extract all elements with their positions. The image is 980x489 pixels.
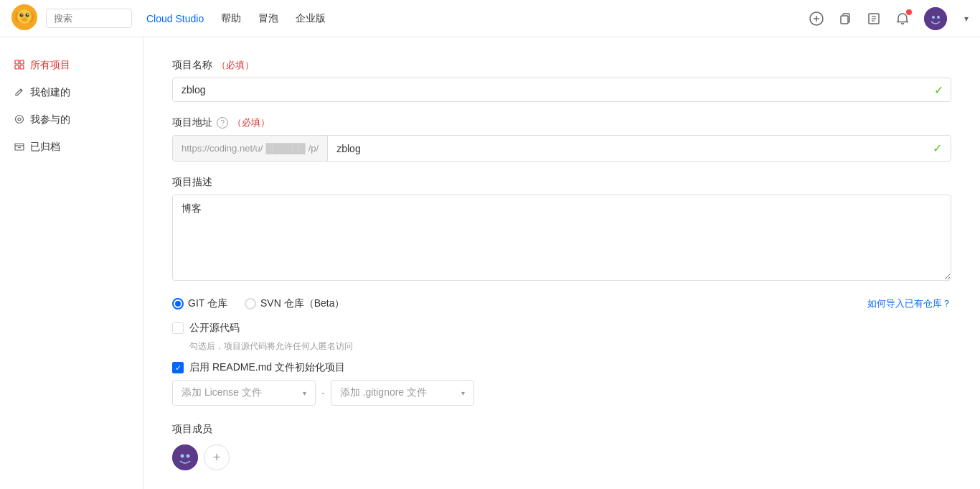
notification-dot bbox=[906, 9, 912, 15]
dropdowns-row: 添加 License 文件 ▾ - 添加 .gitignore 文件 ▾ bbox=[172, 380, 951, 406]
copy-icon[interactable] bbox=[838, 11, 852, 26]
svn-radio-circle bbox=[245, 298, 256, 309]
all-projects-icon bbox=[14, 60, 24, 72]
license-dropdown-label: 添加 License 文件 bbox=[182, 386, 297, 399]
project-name-required: （必填） bbox=[217, 59, 254, 72]
public-source-label: 公开源代码 bbox=[189, 322, 240, 335]
svg-point-30 bbox=[187, 455, 190, 458]
project-url-label: 项目地址 ? （必填） bbox=[172, 116, 951, 129]
project-desc-label: 项目描述 bbox=[172, 176, 951, 189]
svg-point-28 bbox=[172, 444, 198, 470]
my-joined-icon bbox=[14, 114, 24, 126]
svg-point-29 bbox=[181, 455, 184, 458]
svn-repo-label: SVN 仓库（Beta） bbox=[260, 297, 344, 310]
svg-rect-23 bbox=[15, 65, 19, 69]
git-repo-radio[interactable]: GIT 仓库 bbox=[172, 297, 227, 310]
sidebar-item-label: 所有项目 bbox=[30, 59, 70, 72]
nav-link-fomo[interactable]: 冒泡 bbox=[258, 12, 278, 25]
sidebar-item-all-projects[interactable]: 所有项目 bbox=[0, 52, 143, 79]
license-chevron-icon: ▾ bbox=[303, 389, 306, 397]
svg-rect-24 bbox=[20, 65, 24, 69]
sidebar-item-my-joined[interactable]: 我参与的 bbox=[0, 106, 143, 134]
svg-point-19 bbox=[932, 16, 935, 19]
git-radio-circle bbox=[172, 298, 184, 309]
gitignore-dropdown-label: 添加 .gitignore 文件 bbox=[340, 386, 456, 399]
gitignore-dropdown[interactable]: 添加 .gitignore 文件 ▾ bbox=[331, 380, 474, 406]
public-source-checkbox-box bbox=[172, 322, 184, 334]
sidebar: 所有项目 我创建的 我参与的 bbox=[0, 37, 143, 489]
my-created-icon bbox=[14, 87, 24, 99]
svg-rect-27 bbox=[15, 144, 24, 150]
create-icon[interactable] bbox=[809, 11, 824, 26]
members-section: 项目成员 + bbox=[172, 423, 951, 470]
notification-icon[interactable] bbox=[895, 11, 910, 26]
project-desc-section: 项目描述 bbox=[172, 176, 951, 283]
sidebar-item-label: 我参与的 bbox=[30, 113, 70, 126]
svg-point-18 bbox=[924, 7, 947, 30]
members-title: 项目成员 bbox=[172, 423, 951, 436]
svg-point-6 bbox=[22, 14, 23, 15]
nav-link-help[interactable]: 帮助 bbox=[221, 12, 241, 25]
license-dropdown[interactable]: 添加 License 文件 ▾ bbox=[172, 380, 316, 406]
svg-point-9 bbox=[22, 18, 27, 20]
project-url-check-icon: ✓ bbox=[924, 136, 951, 161]
nav-link-cloud-studio[interactable]: Cloud Studio bbox=[146, 13, 204, 24]
import-link[interactable]: 如何导入已有仓库？ bbox=[867, 297, 951, 310]
project-name-input[interactable]: zblog bbox=[182, 78, 934, 101]
svg-point-25 bbox=[16, 115, 24, 123]
svg-point-7 bbox=[27, 14, 29, 15]
logo[interactable] bbox=[11, 4, 37, 32]
init-readme-label: 启用 README.md 文件初始化项目 bbox=[189, 361, 345, 374]
svg-rect-22 bbox=[20, 60, 24, 64]
project-desc-input[interactable] bbox=[172, 195, 951, 281]
project-url-section: 项目地址 ? （必填） https://coding.net/u/ ██████… bbox=[172, 116, 951, 162]
project-name-input-wrapper: zblog ✓ bbox=[172, 78, 951, 102]
project-url-info-icon[interactable]: ? bbox=[217, 117, 228, 129]
main-content: 项目名称 （必填） zblog ✓ 项目地址 ? （必填） https://co… bbox=[143, 37, 980, 489]
project-url-input[interactable]: zblog bbox=[336, 143, 915, 154]
svg-point-20 bbox=[937, 16, 940, 19]
nav-links: Cloud Studio 帮助 冒泡 企业版 bbox=[146, 12, 809, 25]
avatar-chevron[interactable]: ▾ bbox=[964, 14, 969, 24]
sidebar-item-my-created[interactable]: 我创建的 bbox=[0, 79, 143, 106]
avatar[interactable] bbox=[924, 7, 947, 30]
project-name-check-icon: ✓ bbox=[934, 83, 943, 97]
sidebar-item-label: 我创建的 bbox=[30, 86, 70, 99]
search-input[interactable] bbox=[46, 9, 132, 28]
public-source-checkbox[interactable]: 公开源代码 bbox=[172, 322, 951, 335]
member-avatar[interactable] bbox=[172, 444, 198, 470]
project-name-section: 项目名称 （必填） zblog ✓ bbox=[172, 59, 951, 102]
svg-point-3 bbox=[17, 9, 32, 24]
svg-rect-21 bbox=[15, 60, 19, 64]
sidebar-item-archived[interactable]: 已归档 bbox=[0, 134, 143, 161]
add-member-button[interactable]: + bbox=[204, 444, 230, 470]
project-url-input-group: https://coding.net/u/ ██████ /p/ zblog ✓ bbox=[172, 135, 951, 162]
top-nav: Cloud Studio 帮助 冒泡 企业版 bbox=[0, 0, 980, 37]
layout: 所有项目 我创建的 我参与的 bbox=[0, 37, 980, 489]
nav-right: ▾ bbox=[809, 7, 969, 30]
url-prefix: https://coding.net/u/ ██████ /p/ bbox=[173, 136, 328, 161]
nav-link-enterprise[interactable]: 企业版 bbox=[296, 12, 326, 25]
svn-repo-radio[interactable]: SVN 仓库（Beta） bbox=[245, 297, 344, 310]
members-row: + bbox=[172, 444, 951, 470]
init-readme-checkbox-box bbox=[172, 362, 184, 373]
repo-type-section: GIT 仓库 SVN 仓库（Beta） 如何导入已有仓库？ bbox=[172, 297, 951, 310]
project-url-required: （必填） bbox=[232, 116, 270, 129]
git-repo-label: GIT 仓库 bbox=[188, 297, 227, 310]
sidebar-item-label: 已归档 bbox=[30, 141, 60, 154]
project-name-label: 项目名称 （必填） bbox=[172, 59, 951, 72]
svg-rect-13 bbox=[841, 16, 848, 24]
public-source-hint: 勾选后，项目源代码将允许任何人匿名访问 bbox=[189, 340, 951, 353]
svg-point-26 bbox=[18, 118, 21, 121]
url-suffix-wrapper: zblog bbox=[328, 136, 924, 161]
archived-icon bbox=[14, 141, 24, 154]
init-readme-checkbox[interactable]: 启用 README.md 文件初始化项目 bbox=[172, 361, 951, 374]
dropdown-separator: - bbox=[321, 387, 325, 399]
task-icon[interactable] bbox=[867, 11, 881, 26]
gitignore-chevron-icon: ▾ bbox=[461, 389, 465, 397]
